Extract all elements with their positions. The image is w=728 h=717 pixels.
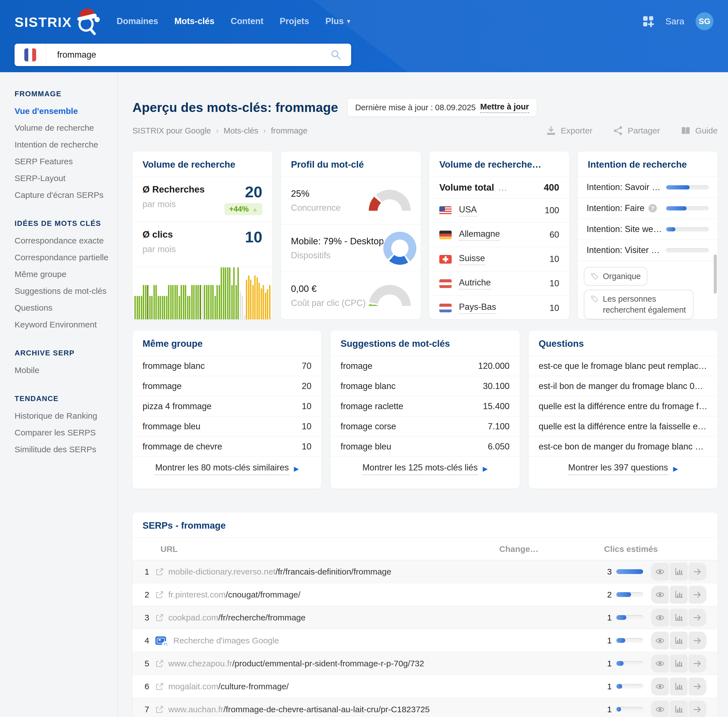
same-group-row[interactable]: frommage de chevre10 [132, 436, 321, 457]
sidebar-item-comparer-les-serps[interactable]: Comparer les SERPS [15, 424, 112, 441]
update-button[interactable]: Mettre à jour [480, 102, 529, 113]
external-link-icon[interactable] [155, 613, 164, 622]
arrow-right-icon[interactable] [688, 563, 707, 581]
chart-icon[interactable] [670, 632, 688, 650]
user-name[interactable]: Sara [665, 16, 684, 27]
serp-url[interactable]: www.chezapou.fr/product/emmental-pr-side… [155, 659, 601, 668]
arrow-right-icon[interactable] [688, 632, 707, 650]
search-icon[interactable] [330, 49, 342, 61]
sidebar-item-historique-de-ranking[interactable]: Historique de Ranking [15, 407, 112, 424]
serp-url[interactable]: cookpad.com/fr/recherche/frommage [155, 613, 601, 622]
sidebar-item-questions[interactable]: Questions [15, 299, 112, 316]
question-row[interactable]: quelle est la différence entre du fromag… [529, 396, 718, 416]
question-row[interactable]: quelle est la différence entre la faisse… [529, 416, 718, 436]
arrow-right-icon[interactable] [688, 586, 707, 604]
sidebar-item-capture-d-ecran-serps[interactable]: Capture d'écran SERPs [15, 187, 112, 203]
search-input[interactable] [46, 44, 330, 66]
volume-bar [236, 285, 237, 319]
eye-icon[interactable] [651, 586, 669, 604]
eye-icon[interactable] [651, 700, 669, 717]
sidebar-item-intention-de-recherche[interactable]: Intention de recherche [15, 136, 112, 153]
serp-url[interactable]: www.auchan.fr/frommage-de-chevre-artisan… [155, 705, 601, 714]
breadcrumb-item[interactable]: SISTRIX pour Google [132, 126, 211, 136]
sidebar-item-meme-groupe[interactable]: Même groupe [15, 266, 112, 283]
suggestion-row[interactable]: fromage blanc30.100 [330, 376, 519, 396]
eye-icon[interactable] [651, 609, 669, 627]
nav-item-plus[interactable]: Plus▾ [325, 16, 350, 26]
sidebar-item-keyword-environment[interactable]: Keyword Environment [15, 316, 112, 333]
chart-icon[interactable] [670, 654, 688, 673]
sidebar-item-serp-layout[interactable]: SERP-Layout [15, 170, 112, 187]
nav-item-mots-cles[interactable]: Mots-clés [174, 16, 214, 26]
country-name[interactable]: Pays-Bas [459, 302, 496, 314]
same-group-row[interactable]: frommage20 [132, 376, 321, 396]
sistrix-logo[interactable]: SISTRIX [15, 6, 104, 37]
sidebar-item-suggestions-de-mot-cles[interactable]: Suggestions de mot-clés [15, 283, 112, 299]
external-link-icon[interactable] [155, 682, 164, 691]
chart-icon[interactable] [670, 563, 688, 581]
tag-les-personnes-recherchent-egalement[interactable]: Les personnes recherchent également [584, 290, 694, 319]
sidebar-item-correspondance-exacte[interactable]: Correspondance exacte [15, 232, 112, 249]
nav-item-domaines[interactable]: Domaines [117, 16, 158, 26]
external-link-icon[interactable] [155, 659, 164, 668]
eye-icon[interactable] [651, 632, 669, 650]
question-row[interactable]: est-ce bon de manger du fromage blanc 0%… [529, 436, 718, 457]
show-questions-link[interactable]: Montrer les 397 questions [568, 462, 668, 475]
external-link-icon[interactable] [155, 567, 164, 576]
sidebar-item-correspondance-partielle[interactable]: Correspondance partielle [15, 249, 112, 266]
sidebar-item-serp-features[interactable]: SERP Features [15, 153, 112, 170]
chart-icon[interactable] [670, 677, 688, 696]
nav-item-content[interactable]: Content [231, 16, 263, 26]
suggestion-row[interactable]: fromage bleu6.050 [330, 436, 519, 457]
serp-url[interactable]: mogalait.com/culture-frommage/ [155, 682, 601, 691]
show-similar-keywords-link[interactable]: Montrer les 80 mots-clés similaires [155, 462, 289, 475]
column-clicks[interactable]: Clics estimés [604, 544, 658, 554]
suggestion-row[interactable]: fromage raclette15.400 [330, 396, 519, 416]
scrollbar[interactable] [714, 255, 717, 294]
serp-url[interactable]: fr.pinterest.com/cnougat/frommage/ [155, 590, 601, 600]
external-link-icon[interactable] [155, 590, 164, 599]
same-group-row[interactable]: pizza 4 frommage10 [132, 396, 321, 416]
breadcrumb-item[interactable]: frommage [271, 126, 308, 136]
eye-icon[interactable] [651, 677, 669, 696]
help-icon[interactable]: ? [648, 204, 657, 212]
country-name[interactable]: Autriche [459, 278, 491, 290]
chart-icon[interactable] [670, 700, 688, 717]
eye-icon[interactable] [651, 654, 669, 673]
same-group-row[interactable]: frommage bleu10 [132, 416, 321, 436]
guide-button[interactable]: Guide [681, 126, 718, 136]
chart-icon[interactable] [670, 586, 688, 604]
column-change[interactable]: Change… [499, 544, 538, 554]
serp-url[interactable]: mobile-dictionary.reverso.net/fr/francai… [155, 567, 601, 577]
share-button[interactable]: Partager [613, 126, 660, 136]
same-group-row[interactable]: frommage blanc70 [132, 356, 321, 376]
country-selector[interactable] [15, 44, 46, 66]
sidebar-item-vue-d-ensemble[interactable]: Vue d'ensemble [15, 103, 112, 119]
show-related-keywords-link[interactable]: Montrer les 125 mots-clés liés [362, 462, 478, 475]
chart-icon[interactable] [670, 609, 688, 627]
export-button[interactable]: Exporter [546, 126, 592, 136]
apps-grid-icon[interactable] [642, 15, 654, 27]
serp-url[interactable]: GRecherche d'images Google [155, 636, 601, 645]
avatar[interactable]: SG [696, 12, 713, 30]
external-link-icon[interactable] [155, 705, 164, 714]
arrow-right-icon[interactable] [688, 700, 707, 717]
question-row[interactable]: est-il bon de manger du fromage blanc 0%… [529, 376, 718, 396]
arrow-right-icon[interactable] [688, 677, 707, 696]
nav-item-projets[interactable]: Projets [280, 16, 309, 26]
breadcrumb-item[interactable]: Mots-clés [223, 126, 258, 136]
sidebar-item-volume-de-recherche[interactable]: Volume de recherche [15, 119, 112, 136]
sidebar-item-mobile[interactable]: Mobile [15, 362, 112, 379]
card-footer: Montrer les 125 mots-clés liés ▶ [330, 457, 519, 481]
arrow-right-icon[interactable] [688, 609, 707, 627]
country-name[interactable]: Suisse [459, 253, 485, 265]
tag-organique[interactable]: Organique [584, 267, 647, 286]
sidebar-item-similitude-des-serps[interactable]: Similitude des SERPs [15, 441, 112, 458]
country-name[interactable]: USA [459, 204, 477, 217]
suggestion-row[interactable]: fromage120.000 [330, 356, 519, 376]
arrow-right-icon[interactable] [688, 654, 707, 673]
question-row[interactable]: est-ce que le fromage blanc peut remplac… [529, 356, 718, 376]
suggestion-row[interactable]: fromage corse7.100 [330, 416, 519, 436]
country-name[interactable]: Allemagne [459, 229, 500, 241]
eye-icon[interactable] [651, 563, 669, 581]
